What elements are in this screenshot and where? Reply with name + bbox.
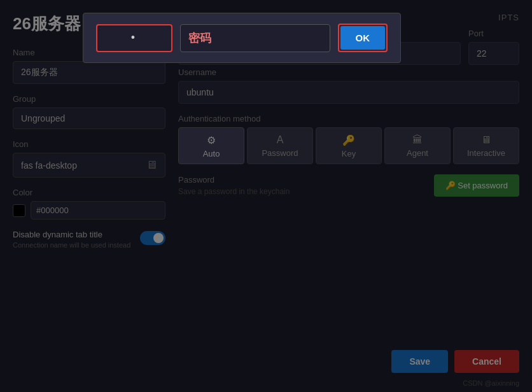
dialog-overlay: • 密码 OK — [0, 0, 532, 392]
main-container: • 密码 OK 26服务器 Name 26服务器 Group — [0, 0, 532, 392]
password-dialog: • 密码 OK — [83, 13, 401, 63]
ok-button[interactable]: OK — [340, 26, 386, 50]
ok-button-box: OK — [338, 24, 388, 52]
password-label-box: 密码 — [180, 24, 330, 52]
password-dot-display: • — [96, 24, 172, 52]
